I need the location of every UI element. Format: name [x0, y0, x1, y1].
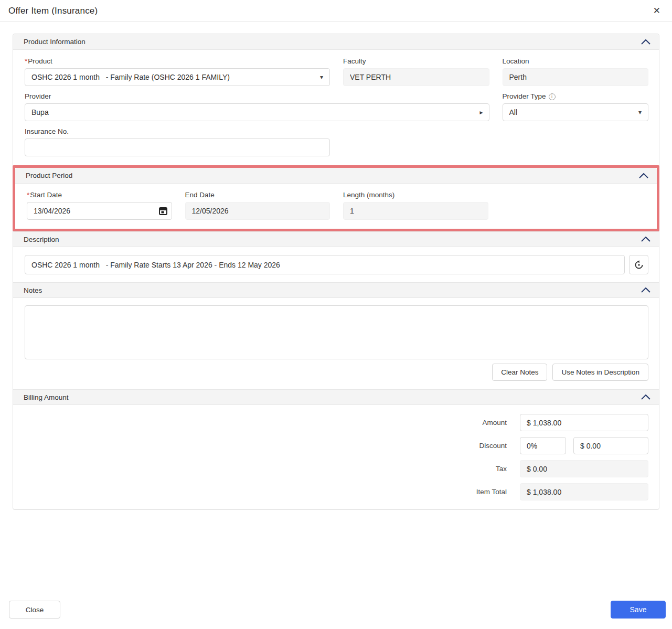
description-row	[13, 247, 659, 282]
product-period-highlight: Product Period *Start Date	[13, 165, 659, 231]
dialog-footer: Close Save	[0, 601, 672, 629]
chevron-down-icon: ▾	[638, 109, 642, 116]
provider-label: Provider	[25, 92, 489, 100]
length-months-field-group: Length (months) 1	[343, 191, 488, 220]
section-description: Description	[13, 231, 659, 282]
chevron-up-icon[interactable]	[641, 237, 650, 242]
start-date-field-group: *Start Date	[27, 191, 172, 220]
insurance-no-input[interactable]	[25, 138, 330, 156]
use-notes-in-description-button[interactable]: Use Notes in Description	[552, 364, 648, 381]
section-header-billing-amount[interactable]: Billing Amount	[13, 389, 659, 405]
end-date-label: End Date	[185, 191, 330, 199]
chevron-down-icon: ▾	[320, 73, 323, 81]
section-title: Description	[24, 236, 59, 243]
end-date-field: 12/05/2026	[185, 202, 330, 220]
amount-input[interactable]	[520, 414, 648, 431]
faculty-field-group: Faculty VET PERTH	[343, 57, 489, 86]
section-product-information: Product Information *Product OSHC 2026 1…	[13, 34, 659, 165]
item-total-row: Item Total $ 1,038.00	[25, 483, 648, 500]
location-label: Location	[503, 57, 649, 65]
product-dropdown-value: OSHC 2026 1 month - Family Rate (OSHC 20…	[31, 73, 316, 81]
provider-type-label: Provider Typei	[503, 92, 649, 100]
section-product-period: Product Period *Start Date	[15, 168, 657, 229]
faculty-value: VET PERTH	[350, 73, 483, 81]
product-information-fields: *Product OSHC 2026 1 month - Family Rate…	[13, 50, 659, 165]
chevron-up-icon[interactable]	[641, 395, 650, 400]
tax-value: $ 0.00	[527, 465, 642, 473]
chevron-up-icon[interactable]	[641, 287, 650, 293]
provider-input[interactable]	[25, 103, 489, 121]
insurance-no-field-group: Insurance No.	[25, 127, 330, 156]
location-field-group: Location Perth	[503, 57, 649, 86]
discount-amount-input[interactable]	[573, 437, 648, 454]
tax-field: $ 0.00	[520, 460, 648, 477]
description-input[interactable]	[25, 255, 625, 274]
form-panel: Product Information *Product OSHC 2026 1…	[13, 34, 659, 510]
save-button[interactable]: Save	[611, 601, 666, 619]
calendar-icon[interactable]	[157, 205, 169, 217]
section-billing-amount: Billing Amount Amount Discount Tax	[13, 389, 659, 509]
dialog-titlebar: Offer Item (Insurance) ✕	[0, 0, 672, 22]
tax-row: Tax $ 0.00	[25, 460, 648, 477]
item-total-field: $ 1,038.00	[520, 483, 648, 500]
required-marker: *	[25, 57, 27, 65]
section-title: Product Period	[26, 172, 72, 179]
length-months-label: Length (months)	[343, 191, 488, 199]
section-header-product-period[interactable]: Product Period	[15, 168, 657, 184]
required-marker: *	[27, 191, 29, 199]
location-field: Perth	[503, 68, 649, 86]
item-total-value: $ 1,038.00	[527, 488, 642, 496]
chevron-up-icon[interactable]	[641, 39, 650, 45]
provider-type-value: All	[509, 108, 634, 116]
item-total-label: Item Total	[476, 488, 507, 496]
reset-icon	[634, 260, 644, 270]
chevron-up-icon[interactable]	[639, 173, 648, 178]
notes-buttons: Clear Notes Use Notes in Description	[25, 364, 648, 381]
period-spacer	[502, 191, 647, 220]
section-title: Product Information	[24, 38, 86, 46]
notes-body: Clear Notes Use Notes in Description	[13, 298, 659, 389]
faculty-field: VET PERTH	[343, 68, 489, 86]
length-months-field: 1	[343, 202, 488, 220]
clear-notes-button[interactable]: Clear Notes	[492, 364, 547, 381]
provider-type-field-group: Provider Typei All ▾	[503, 92, 649, 121]
product-label: *Product	[25, 57, 330, 65]
length-months-value: 1	[350, 207, 482, 215]
provider-type-dropdown[interactable]: All ▾	[503, 103, 649, 121]
start-date-input[interactable]	[27, 202, 172, 220]
end-date-value: 12/05/2026	[192, 207, 324, 215]
start-date-label: *Start Date	[27, 191, 172, 199]
section-title: Billing Amount	[24, 393, 69, 401]
tax-label: Tax	[496, 465, 507, 473]
reset-description-button[interactable]	[629, 255, 648, 274]
billing-body: Amount Discount Tax $ 0.00	[13, 405, 659, 509]
product-field-group: *Product OSHC 2026 1 month - Family Rate…	[25, 57, 330, 86]
offer-item-dialog: Offer Item (Insurance) ✕ Product Informa…	[0, 0, 672, 629]
section-header-description[interactable]: Description	[13, 231, 659, 247]
amount-row: Amount	[25, 414, 648, 431]
close-button[interactable]: Close	[9, 601, 60, 619]
info-icon: i	[549, 93, 556, 100]
close-icon[interactable]: ✕	[651, 4, 663, 17]
section-notes: Notes Clear Notes Use Notes in Descripti…	[13, 282, 659, 389]
provider-field-group: Provider ▸	[25, 92, 489, 121]
section-header-notes[interactable]: Notes	[13, 282, 659, 298]
discount-row: Discount	[25, 437, 648, 454]
faculty-label: Faculty	[343, 57, 489, 65]
product-dropdown[interactable]: OSHC 2026 1 month - Family Rate (OSHC 20…	[25, 68, 330, 86]
insurance-no-label: Insurance No.	[25, 127, 330, 135]
amount-label: Amount	[482, 419, 507, 427]
section-header-product-information[interactable]: Product Information	[13, 34, 659, 50]
product-period-fields: *Start Date End Date 12/05/2026	[15, 184, 657, 229]
section-title: Notes	[24, 286, 42, 294]
discount-label: Discount	[479, 442, 507, 450]
end-date-field-group: End Date 12/05/2026	[185, 191, 330, 220]
notes-textarea[interactable]	[25, 305, 648, 359]
page-title: Offer Item (Insurance)	[8, 6, 98, 16]
location-value: Perth	[509, 73, 642, 81]
discount-percent-input[interactable]	[520, 437, 566, 454]
